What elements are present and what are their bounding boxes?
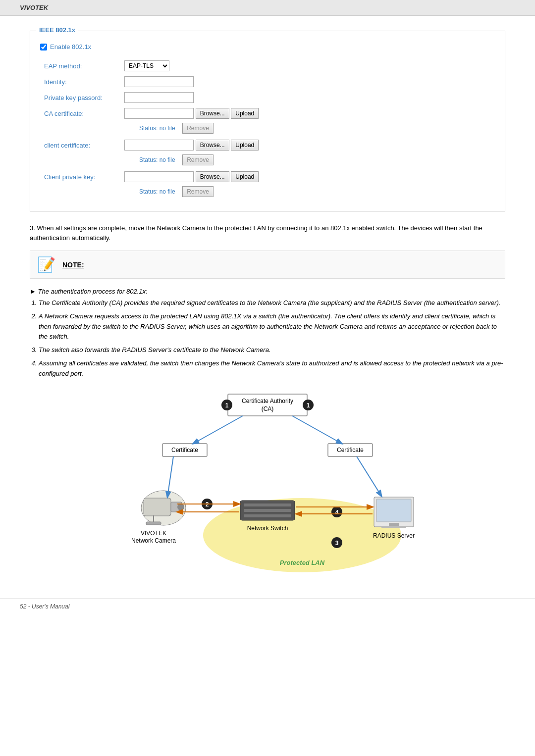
- client-privkey-label: Client private key:: [41, 169, 120, 184]
- eap-control: EAP-TLS EAP-PEAP EAP-TTLS: [121, 58, 494, 73]
- client-browse-button[interactable]: Browse...: [196, 140, 229, 151]
- ieee-panel: IEEE 802.1x Enable 802.1x EAP method: EA…: [30, 31, 505, 211]
- svg-rect-25: [244, 509, 291, 512]
- form-table: EAP method: EAP-TLS EAP-PEAP EAP-TTLS Id…: [40, 57, 495, 201]
- privkey-control: [121, 90, 494, 105]
- enable-checkbox[interactable]: [40, 44, 47, 50]
- privkey-status-spacer: [41, 185, 120, 200]
- identity-control: [121, 74, 494, 89]
- auth-step-1: The Certificate Authority (CA) provides …: [39, 298, 505, 308]
- svg-rect-24: [244, 504, 291, 506]
- ca-cert-label: CA certificate:: [41, 106, 120, 121]
- eap-select[interactable]: EAP-TLS EAP-PEAP EAP-TTLS: [124, 60, 169, 71]
- privkey-browse-button[interactable]: Browse...: [196, 171, 229, 182]
- main-content: IEEE 802.1x Enable 802.1x EAP method: EA…: [0, 16, 535, 599]
- svg-text:Certificate Authority: Certificate Authority: [242, 398, 293, 404]
- svg-text:RADIUS Server: RADIUS Server: [373, 532, 415, 539]
- svg-line-43: [167, 456, 173, 497]
- svg-line-13: [193, 416, 243, 444]
- svg-text:1: 1: [225, 402, 229, 409]
- svg-text:VIVOTEK: VIVOTEK: [141, 530, 166, 537]
- client-status-control: Status: no file Remove: [121, 153, 494, 168]
- svg-text:Network Camera: Network Camera: [131, 537, 176, 544]
- ca-remove-button[interactable]: Remove: [182, 123, 214, 134]
- header: VIVOTEK: [0, 0, 535, 16]
- diagram-container: Protected LAN Certificate Authority (CA)…: [94, 389, 441, 579]
- privkey-status-control: Status: no file Remove: [121, 185, 494, 200]
- svg-point-18: [177, 504, 184, 510]
- auth-steps: The Certificate Authority (CA) provides …: [39, 298, 505, 379]
- client-privkey-file-input[interactable]: [124, 171, 194, 182]
- note-icon: 📝: [37, 256, 55, 273]
- client-privkey-control: Browse... Upload: [121, 169, 494, 184]
- footer-page-label: 52 - User's Manual: [20, 603, 69, 610]
- client-remove-button[interactable]: Remove: [182, 154, 214, 165]
- svg-line-14: [292, 416, 342, 444]
- enable-label: Enable 802.1x: [50, 43, 91, 50]
- enable-row: Enable 802.1x: [40, 43, 495, 50]
- auth-header: ► The authentication process for 802.1x:: [30, 288, 505, 295]
- svg-rect-30: [389, 523, 399, 526]
- step3-text: 3. When all settings are complete, move …: [30, 223, 505, 243]
- client-status-text: Status: no file: [124, 156, 175, 163]
- privkey-row: Private key passord:: [41, 90, 494, 105]
- client-status-row: Status: no file Remove: [41, 153, 494, 168]
- client-cert-control: Browse... Upload: [121, 138, 494, 152]
- auth-step-3: The switch also forwards the RADIUS Serv…: [39, 345, 505, 355]
- ca-upload-button[interactable]: Upload: [231, 108, 259, 119]
- privkey-status-text: Status: no file: [124, 188, 175, 195]
- svg-text:3: 3: [335, 540, 339, 547]
- privkey-upload-button[interactable]: Upload: [231, 171, 259, 182]
- privkey-label: Private key passord:: [41, 90, 120, 105]
- client-cert-row: client certificate: Browse... Upload: [41, 138, 494, 152]
- svg-rect-20: [146, 522, 161, 525]
- identity-label: Identity:: [41, 74, 120, 89]
- svg-rect-26: [244, 514, 291, 517]
- svg-rect-29: [376, 499, 411, 522]
- ca-cert-row: CA certificate: Browse... Upload: [41, 106, 494, 121]
- diagram-svg: Protected LAN Certificate Authority (CA)…: [94, 389, 441, 577]
- ca-browse-button[interactable]: Browse...: [196, 108, 229, 119]
- auth-list: ► The authentication process for 802.1x:…: [30, 288, 505, 379]
- svg-text:Certificate: Certificate: [171, 447, 198, 454]
- note-title: NOTE:: [62, 261, 84, 269]
- ca-status-spacer: [41, 122, 120, 137]
- svg-rect-31: [381, 526, 406, 528]
- auth-step-4: Assuming all certificates are validated,…: [39, 358, 505, 379]
- client-cert-label: client certificate:: [41, 138, 120, 152]
- brand-logo: VIVOTEK: [20, 4, 48, 11]
- ca-status-text: Status: no file: [124, 125, 175, 132]
- auth-step-2: A Network Camera requests access to the …: [39, 311, 505, 342]
- svg-text:Certificate: Certificate: [337, 447, 364, 454]
- ca-status-row: Status: no file Remove: [41, 122, 494, 137]
- svg-text:1: 1: [307, 402, 310, 409]
- client-cert-file-input[interactable]: [124, 140, 194, 151]
- ca-status-control: Status: no file Remove: [121, 122, 494, 137]
- footer: 52 - User's Manual: [0, 599, 535, 614]
- identity-row: Identity:: [41, 74, 494, 89]
- ca-cert-control: Browse... Upload: [121, 106, 494, 121]
- privkey-remove-button[interactable]: Remove: [182, 186, 214, 197]
- client-upload-button[interactable]: Upload: [231, 140, 259, 151]
- panel-title: IEEE 802.1x: [36, 26, 78, 34]
- eap-row: EAP method: EAP-TLS EAP-PEAP EAP-TTLS: [41, 58, 494, 73]
- svg-rect-16: [144, 498, 171, 516]
- svg-text:4: 4: [335, 509, 339, 516]
- privkey-status-row: Status: no file Remove: [41, 185, 494, 200]
- svg-text:Protected LAN: Protected LAN: [280, 559, 325, 566]
- svg-line-44: [357, 456, 381, 496]
- ca-cert-file-input[interactable]: [124, 108, 194, 119]
- identity-input[interactable]: [124, 76, 194, 87]
- client-status-spacer: [41, 153, 120, 168]
- svg-text:(CA): (CA): [262, 405, 274, 412]
- client-privkey-row: Client private key: Browse... Upload: [41, 169, 494, 184]
- eap-label: EAP method:: [41, 58, 120, 73]
- privkey-input[interactable]: [124, 92, 194, 103]
- svg-text:Network Switch: Network Switch: [247, 525, 288, 532]
- note-box: 📝 NOTE:: [30, 251, 505, 279]
